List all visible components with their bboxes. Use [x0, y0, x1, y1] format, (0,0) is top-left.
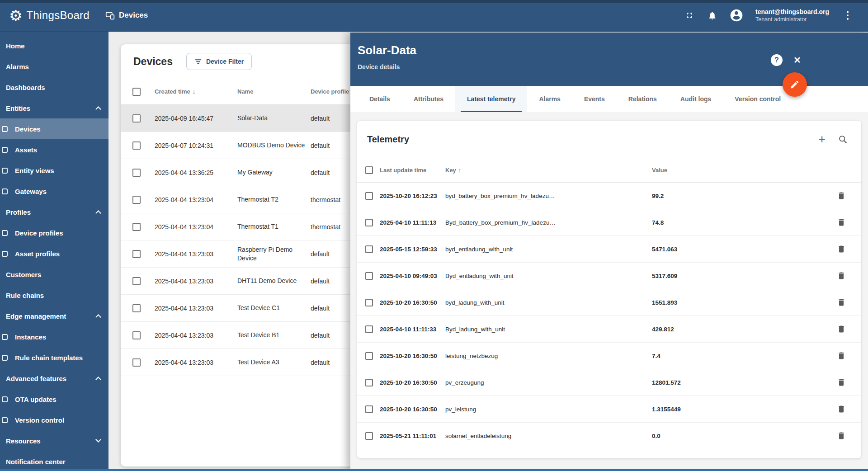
delete-telemetry-button[interactable] — [836, 430, 847, 441]
device-filter-button[interactable]: Device Filter — [186, 53, 252, 70]
delete-telemetry-button[interactable] — [836, 217, 847, 228]
thingsboard-logo[interactable]: ⚙ ThingsBoard — [0, 8, 90, 23]
tab-attributes[interactable]: Attributes — [402, 86, 455, 112]
user-avatar[interactable] — [729, 8, 744, 23]
tab-alarms[interactable]: Alarms — [527, 86, 572, 112]
sidebar-item-label: Device profiles — [15, 229, 63, 237]
select-all-telemetry-checkbox[interactable] — [365, 166, 373, 174]
telemetry-row[interactable]: 2025-05-15 12:59:33byd_entladung_with_un… — [357, 236, 861, 263]
tab-latest-telemetry[interactable]: Latest telemetry — [455, 86, 527, 112]
sidebar-item-advanced-features[interactable]: Advanced features — [0, 368, 108, 389]
device-row-checkbox[interactable] — [132, 196, 141, 204]
delete-telemetry-button[interactable] — [836, 297, 847, 308]
device-row[interactable]: 2025-04-04 13:23:03Test Device C1default — [121, 295, 365, 322]
device-row[interactable]: 2025-04-07 10:24:31MODBUS Demo Devicedef… — [121, 132, 365, 159]
column-created-time[interactable]: Created time↓ — [155, 88, 237, 95]
sidebar-item-home[interactable]: Home — [0, 35, 108, 56]
device-row[interactable]: 2025-04-04 13:23:03Test Device B1default — [121, 322, 365, 349]
search-icon[interactable] — [838, 135, 848, 144]
delete-telemetry-button[interactable] — [836, 244, 847, 254]
device-row-checkbox[interactable] — [132, 331, 141, 339]
delete-telemetry-button[interactable] — [836, 190, 847, 201]
telemetry-row-checkbox[interactable] — [365, 299, 373, 306]
sidebar-item-device-profiles[interactable]: Device profiles — [0, 222, 108, 243]
trash-icon — [837, 431, 846, 440]
sidebar-item-devices[interactable]: Devices — [0, 118, 108, 139]
telemetry-row-checkbox[interactable] — [365, 325, 373, 333]
telemetry-row-checkbox[interactable] — [365, 379, 373, 386]
sidebar-item-edge-management[interactable]: Edge management — [0, 306, 108, 326]
column-last-update-time[interactable]: Last update time — [380, 167, 445, 174]
telemetry-row-checkbox[interactable] — [365, 219, 373, 226]
sidebar-item-profiles[interactable]: Profiles — [0, 202, 108, 222]
device-row[interactable]: 2025-04-04 13:23:04Thermostat T2thermost… — [121, 186, 365, 213]
delete-telemetry-button[interactable] — [836, 270, 847, 281]
telemetry-row-checkbox[interactable] — [365, 272, 373, 280]
telemetry-row[interactable]: 2025-04-10 09:49:03Byd_entladung_with_un… — [357, 263, 861, 289]
device-row[interactable]: 2025-04-04 13:36:25My Gatewaydefault — [121, 159, 365, 186]
sidebar-item-asset-profiles[interactable]: Asset profiles — [0, 243, 108, 264]
telemetry-row-checkbox[interactable] — [365, 352, 373, 360]
device-row-checkbox[interactable] — [132, 169, 141, 177]
device-row[interactable]: 2025-04-04 13:23:03DHT11 Demo Devicedefa… — [121, 268, 365, 295]
close-icon[interactable]: ✕ — [793, 55, 801, 66]
tab-relations[interactable]: Relations — [617, 86, 669, 112]
more-menu-icon[interactable]: ⋮ — [841, 9, 854, 21]
tab-audit-logs[interactable]: Audit logs — [669, 86, 723, 112]
telemetry-row[interactable]: 2025-10-20 16:30:50leistung_netzbezug7.4 — [357, 343, 861, 369]
telemetry-row-checkbox[interactable] — [365, 192, 373, 200]
device-row[interactable]: 2025-04-09 16:45:47Solar-Datadefault — [121, 105, 365, 132]
telemetry-row-checkbox[interactable] — [365, 245, 373, 253]
sidebar-item-rule-chains[interactable]: Rule chains — [0, 285, 108, 306]
device-row-checkbox[interactable] — [132, 250, 141, 258]
device-row-checkbox[interactable] — [132, 141, 141, 150]
device-name: Test Device C1 — [237, 304, 311, 312]
column-key[interactable]: Key↑ — [445, 167, 652, 174]
tab-version-control[interactable]: Version control — [723, 86, 793, 112]
telemetry-row-checkbox[interactable] — [365, 405, 373, 413]
telemetry-row[interactable]: 2025-04-10 11:11:33Byd_ladung_with_unit4… — [357, 316, 861, 343]
delete-telemetry-button[interactable] — [836, 350, 847, 361]
tab-details[interactable]: Details — [358, 86, 402, 112]
telemetry-row[interactable]: 2025-10-20 16:30:50pv_leistung1.3155449 — [357, 396, 861, 423]
add-telemetry-icon[interactable]: + — [818, 133, 826, 146]
sidebar-item-dashboards[interactable]: Dashboards — [0, 77, 108, 98]
telemetry-row[interactable]: 2025-10-20 16:30:50byd_ladung_with_unit1… — [357, 289, 861, 316]
help-icon[interactable]: ? — [771, 54, 783, 66]
tab-events[interactable]: Events — [572, 86, 617, 112]
telemetry-row[interactable]: 2025-04-10 11:11:13Byd_battery_box_premi… — [357, 209, 861, 236]
delete-telemetry-button[interactable] — [836, 404, 847, 414]
telemetry-row[interactable]: 2025-10-20 16:30:50pv_erzeugung12801.572 — [357, 369, 861, 396]
device-row-checkbox[interactable] — [132, 223, 141, 231]
notifications-bell-icon[interactable] — [707, 10, 717, 21]
device-row-checkbox[interactable] — [132, 277, 141, 285]
delete-telemetry-button[interactable] — [836, 324, 847, 334]
device-row-checkbox[interactable] — [132, 114, 141, 122]
sidebar-item-customers[interactable]: Customers — [0, 264, 108, 285]
device-row-checkbox[interactable] — [132, 358, 141, 367]
telemetry-row[interactable]: 2025-05-21 11:11:01solarnet_entladeleist… — [357, 423, 861, 449]
column-value[interactable]: Value — [652, 167, 836, 174]
device-row-checkbox[interactable] — [132, 304, 141, 312]
select-all-devices-checkbox[interactable] — [132, 88, 141, 96]
delete-telemetry-button[interactable] — [836, 377, 847, 388]
fullscreen-icon[interactable] — [684, 10, 695, 21]
device-row[interactable]: 2025-04-04 13:23:03Raspberry Pi Demo Dev… — [121, 240, 365, 268]
column-name[interactable]: Name — [237, 88, 311, 95]
sidebar-item-assets[interactable]: Assets — [0, 139, 108, 160]
telemetry-row[interactable]: 2025-10-20 16:12:23byd_battery_box_premi… — [357, 183, 861, 209]
sidebar-item-instances[interactable]: Instances — [0, 326, 108, 347]
sidebar-item-entity-views[interactable]: Entity views — [0, 160, 108, 181]
sidebar-item-ota-updates[interactable]: OTA updates — [0, 389, 108, 410]
sidebar-item-version-control[interactable]: Version control — [0, 410, 108, 430]
sidebar-item-entities[interactable]: Entities — [0, 98, 108, 118]
sidebar-item-rule-chain-templates[interactable]: Rule chain templates — [0, 347, 108, 368]
sidebar-item-notification-center[interactable]: Notification center — [0, 451, 108, 471]
edit-device-fab[interactable] — [783, 72, 807, 97]
sidebar-item-gateways[interactable]: Gateways — [0, 181, 108, 202]
sidebar-item-resources[interactable]: Resources — [0, 430, 108, 451]
telemetry-row-checkbox[interactable] — [365, 432, 373, 440]
device-row[interactable]: 2025-04-04 13:23:03Test Device A3default — [121, 349, 365, 376]
device-row[interactable]: 2025-04-04 13:23:04Thermostat T1thermost… — [121, 213, 365, 240]
sidebar-item-alarms[interactable]: Alarms — [0, 56, 108, 77]
